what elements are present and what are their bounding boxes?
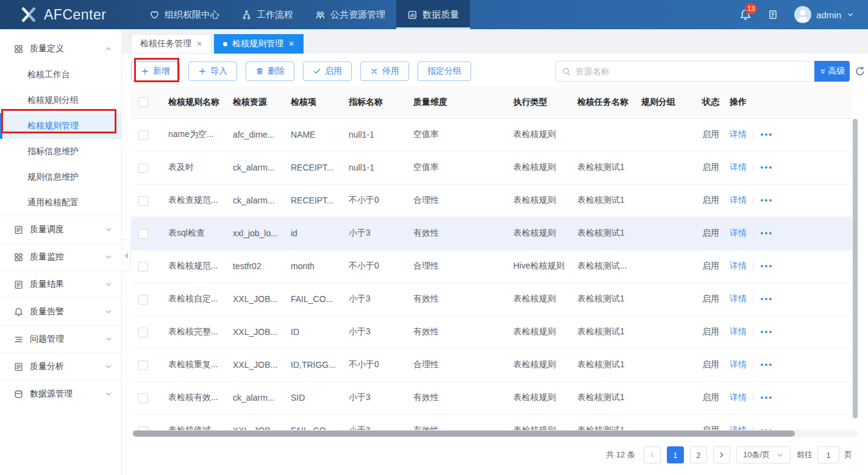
sidebar-group-header-质量告警[interactable]: 质量告警 (0, 298, 121, 325)
user-menu[interactable]: admin (794, 6, 855, 23)
more-actions-button[interactable] (760, 198, 773, 203)
more-actions-button[interactable] (760, 395, 773, 400)
cell-name: 表检查规范... (161, 184, 226, 217)
pagination-total: 共 12 条 (606, 449, 635, 460)
more-actions-button[interactable] (760, 362, 773, 367)
heart-icon (149, 10, 160, 20)
page-button-2[interactable]: 2 (690, 446, 707, 463)
cell-exec_type: 表检核规则 (506, 315, 570, 348)
tab-close-icon[interactable]: ✕ (288, 40, 294, 48)
sidebar-group-header-质量调度[interactable]: 质量调度 (0, 216, 121, 243)
cell-task: 表检核测试1 (570, 348, 634, 381)
sidebar-item-检核规则分组[interactable]: 检核规则分组 (0, 88, 121, 113)
detail-link[interactable]: 详情 (730, 359, 747, 370)
tab-close-icon[interactable]: ✕ (196, 40, 202, 48)
detail-link[interactable]: 详情 (730, 228, 747, 239)
cell-indicator: 不小于0 (341, 184, 406, 217)
page-button-1[interactable]: 1 (667, 446, 684, 463)
cell-task: 表检核测试1 (570, 151, 634, 184)
table-row[interactable]: 表及时ck_alarm...RECEIPT...null1-1空值率表检核规则表… (131, 151, 852, 184)
nav-item-组织权限中心[interactable]: 组织权限中心 (138, 0, 230, 29)
删除-button[interactable]: 删除 (246, 62, 294, 81)
table-row[interactable]: 表检核重复...XXL_JOB...ID,TRIGG...不小于0合理性表检核规… (131, 348, 852, 381)
detail-link[interactable]: 详情 (730, 162, 747, 173)
notifications-button[interactable]: 13 (739, 9, 752, 21)
nav-item-工作流程[interactable]: 工作流程 (230, 0, 304, 29)
启用-button[interactable]: 启用 (303, 62, 352, 81)
horizontal-scrollbar-thumb[interactable] (133, 431, 795, 437)
table-row[interactable]: 表sql检查xxl_job_lo...id小于3有效性表检核规则表检核测试1启用… (131, 217, 852, 250)
sidebar-group-header-数据源管理[interactable]: 数据源管理 (0, 381, 121, 407)
指定分组-button[interactable]: 指定分组 (418, 62, 471, 81)
新增-button[interactable]: 新增 (131, 62, 180, 81)
table-row[interactable]: 表检查规范...ck_alarm...RECEIPT...不小于0合理性表检核规… (131, 184, 852, 217)
cell-indicator: 小于3 (341, 381, 406, 414)
cell-group (634, 184, 695, 217)
row-checkbox[interactable] (138, 328, 148, 337)
operation-divider (753, 229, 753, 237)
refresh-button[interactable] (855, 66, 866, 77)
goto-page-input[interactable] (817, 446, 839, 463)
horizontal-scrollbar[interactable] (131, 430, 858, 437)
x-icon (370, 67, 379, 76)
table-row[interactable]: name为空...afc_dime...NAMEnull1-1空值率表检核规则启… (131, 118, 852, 151)
row-checkbox[interactable] (138, 262, 148, 272)
tab-检核任务管理[interactable]: 检核任务管理✕ (131, 34, 212, 54)
nav-item-数据质量[interactable]: 数据质量 (396, 0, 470, 29)
more-actions-button[interactable] (760, 231, 773, 236)
row-checkbox[interactable] (138, 163, 148, 173)
row-checkbox[interactable] (138, 295, 148, 304)
table-row[interactable]: 表检核规范...testfr02month不小于0合理性Hive检核规则表检核测… (131, 250, 852, 283)
sidebar-group-header-质量分析[interactable]: 质量分析 (0, 353, 121, 380)
table-row[interactable]: 表检核有效...ck_alarm...SID小于3有效性表检核规则表检核测试1启… (131, 381, 852, 414)
停用-button[interactable]: 停用 (360, 62, 409, 81)
more-actions-button[interactable] (760, 297, 773, 301)
detail-link[interactable]: 详情 (730, 195, 747, 206)
table-row[interactable]: 表检核自定...XXL_JOB...FAIL_CO...小于3有效性表检核规则表… (131, 283, 852, 315)
detail-link[interactable]: 详情 (730, 261, 747, 272)
grid-icon (13, 44, 24, 54)
table-row[interactable]: 表检核完整...XXL_JOB...ID小于3有效性表检核规则表检核测试1启用详… (131, 315, 852, 348)
more-actions-button[interactable] (760, 132, 773, 137)
sidebar-item-指标信息维护[interactable]: 指标信息维护 (0, 139, 121, 164)
row-checkbox[interactable] (138, 130, 148, 140)
nav-item-公共资源管理[interactable]: 公共资源管理 (304, 0, 396, 29)
sidebar-item-规则信息维护[interactable]: 规则信息维护 (0, 164, 121, 190)
prev-page-button[interactable] (644, 446, 661, 463)
next-page-button[interactable] (713, 446, 730, 463)
table-row[interactable]: 表检核值域...XXL_JOB...FAIL_CO...小于3有效性表检核规则表… (131, 414, 852, 430)
sidebar-item-通用检核配置[interactable]: 通用检核配置 (0, 190, 121, 216)
detail-link[interactable]: 详情 (730, 326, 747, 337)
detail-link[interactable]: 详情 (730, 129, 747, 140)
more-actions-button[interactable] (760, 165, 773, 170)
导入-button[interactable]: 导入 (188, 62, 237, 81)
page-size-select[interactable]: 10条/页 (736, 446, 791, 463)
sidebar-group-header-质量结果[interactable]: 质量结果 (0, 271, 121, 298)
vertical-scrollbar[interactable] (853, 119, 858, 418)
sidebar-group-数据源管理: 数据源管理 (0, 380, 121, 407)
row-checkbox[interactable] (138, 361, 148, 370)
search-input[interactable] (575, 66, 808, 76)
row-checkbox[interactable] (138, 393, 148, 403)
more-actions-button[interactable] (760, 264, 773, 269)
more-actions-button[interactable] (760, 329, 773, 334)
cell-name: 表及时 (161, 151, 226, 184)
sidebar-collapse-handle[interactable] (122, 239, 131, 272)
cell-dimension: 合理性 (406, 348, 506, 381)
select-all-checkbox[interactable] (138, 97, 148, 107)
cell-name: name为空... (161, 118, 226, 151)
detail-link[interactable]: 详情 (730, 294, 747, 304)
detail-link[interactable]: 详情 (730, 392, 747, 403)
page-size-label: 10条/页 (743, 449, 770, 460)
tab-检核规则管理[interactable]: 检核规则管理✕ (214, 34, 304, 54)
document-button[interactable] (767, 9, 778, 20)
sidebar-item-检核工作台[interactable]: 检核工作台 (0, 62, 121, 88)
row-checkbox[interactable] (138, 229, 148, 239)
sidebar-group-header-问题管理[interactable]: 问题管理 (0, 326, 121, 353)
detail-link[interactable]: 详情 (730, 425, 747, 430)
sidebar-item-检核规则管理[interactable]: 检核规则管理 (0, 113, 121, 139)
advanced-search-button[interactable]: 高级 (814, 61, 850, 82)
sidebar-group-header-质量监控[interactable]: 质量监控 (0, 244, 121, 270)
row-checkbox[interactable] (138, 196, 148, 206)
sidebar-group-header-质量定义[interactable]: 质量定义 (0, 35, 121, 62)
